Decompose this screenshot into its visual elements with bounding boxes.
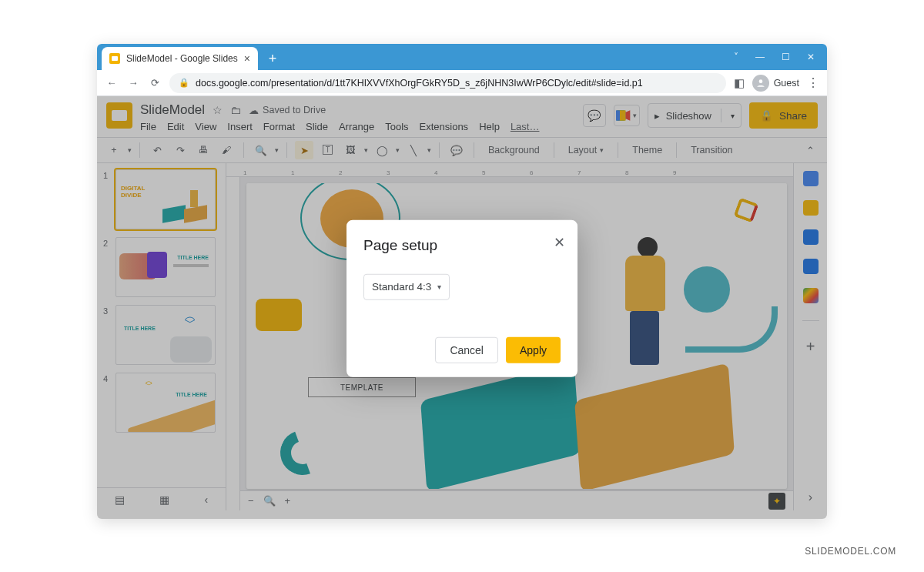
meet-button[interactable]: ▾ bbox=[614, 105, 640, 126]
thumbnail-1[interactable]: DIGITALDIVIDE bbox=[116, 169, 216, 229]
zoom-in-icon[interactable]: + bbox=[285, 495, 291, 507]
window-line-icon[interactable]: — bbox=[755, 52, 765, 62]
menu-file[interactable]: File bbox=[140, 121, 156, 132]
url-field[interactable]: 🔒 docs.google.com/presentation/d/1tt7KHl… bbox=[169, 73, 726, 93]
redo-button[interactable]: ↷ bbox=[171, 141, 189, 159]
apply-button[interactable]: Apply bbox=[506, 336, 561, 363]
paint-format-button[interactable]: 🖌 bbox=[217, 141, 236, 159]
background-button[interactable]: Background bbox=[482, 141, 546, 159]
install-app-icon[interactable]: ◧ bbox=[734, 76, 745, 90]
aspect-ratio-dropdown[interactable]: Standard 4:3 ▾ bbox=[363, 273, 450, 299]
thumbnail-3[interactable]: ⌔TITLE HERE bbox=[116, 305, 216, 365]
window-minimize-icon[interactable]: ˅ bbox=[734, 52, 738, 62]
nav-forward-icon[interactable]: → bbox=[126, 77, 140, 89]
menu-extensions[interactable]: Extensions bbox=[420, 121, 469, 132]
collapse-panel-icon[interactable]: ‹ bbox=[205, 493, 209, 506]
template-label: TEMPLATE bbox=[308, 377, 416, 397]
person-illustration bbox=[602, 237, 687, 383]
window-controls: ˅ — ☐ ✕ bbox=[721, 52, 827, 62]
window-close-icon[interactable]: ✕ bbox=[807, 52, 815, 62]
zoom-button[interactable]: 🔍 bbox=[252, 141, 270, 159]
filmstrip-view-icon[interactable]: ▤ bbox=[115, 493, 125, 506]
dropdown-value: Standard 4:3 bbox=[372, 281, 431, 293]
cancel-button[interactable]: Cancel bbox=[435, 336, 498, 363]
tab-title: SlideModel - Google Slides bbox=[126, 53, 238, 64]
menu-arrange[interactable]: Arrange bbox=[339, 121, 374, 132]
line-tool[interactable]: ╲ bbox=[404, 141, 423, 159]
menu-bar: File Edit View Insert Format Slide Arran… bbox=[140, 119, 539, 132]
menu-view[interactable]: View bbox=[195, 121, 216, 132]
side-panel: + › bbox=[793, 163, 827, 510]
thumbnail-view-switch: ▤ ▦ ‹ bbox=[97, 487, 226, 510]
svg-point-0 bbox=[758, 79, 762, 83]
slides-logo-icon[interactable] bbox=[106, 102, 132, 129]
move-icon[interactable]: 🗀 bbox=[230, 104, 241, 116]
maps-icon[interactable] bbox=[803, 288, 819, 303]
explore-button[interactable]: ✦ bbox=[768, 493, 785, 510]
browser-window: SlideModel - Google Slides × + ˅ — ☐ ✕ ←… bbox=[97, 44, 827, 519]
tab-close-icon[interactable]: × bbox=[244, 52, 250, 65]
textbox-tool[interactable]: 🅃 bbox=[318, 141, 336, 159]
decorative-shape bbox=[733, 197, 758, 222]
comment-tool[interactable]: 💬 bbox=[447, 141, 466, 159]
vertical-ruler bbox=[226, 177, 240, 510]
menu-edit[interactable]: Edit bbox=[167, 121, 184, 132]
saved-status[interactable]: ☁ Saved to Drive bbox=[249, 105, 326, 116]
horizontal-ruler: 1123456789 bbox=[226, 163, 793, 177]
new-slide-button[interactable]: + bbox=[105, 141, 123, 159]
dialog-close-icon[interactable]: ✕ bbox=[554, 233, 565, 250]
hide-sidepanel-icon[interactable]: › bbox=[808, 490, 812, 504]
undo-button[interactable]: ↶ bbox=[148, 141, 166, 159]
guest-label: Guest bbox=[774, 78, 799, 89]
star-icon[interactable]: ☆ bbox=[213, 104, 223, 116]
browser-address-bar: ← → ⟳ 🔒 docs.google.com/presentation/d/1… bbox=[97, 70, 827, 96]
select-tool[interactable]: ➤ bbox=[295, 141, 313, 159]
zoom-out-icon[interactable]: − bbox=[248, 495, 254, 507]
thumbnail-2[interactable]: TITLE HERE bbox=[116, 237, 216, 297]
comments-button[interactable]: 💬 bbox=[583, 104, 606, 127]
menu-tools[interactable]: Tools bbox=[385, 121, 408, 132]
watermark: SLIDEMODEL.COM bbox=[805, 546, 896, 557]
menu-format[interactable]: Format bbox=[263, 121, 295, 132]
profile-chip[interactable]: Guest bbox=[752, 75, 799, 92]
new-tab-button[interactable]: + bbox=[263, 49, 283, 69]
doc-title[interactable]: SlideModel bbox=[140, 102, 205, 118]
wifi-icon: ⌔ bbox=[185, 312, 195, 332]
share-label: Share bbox=[779, 110, 807, 122]
grid-view-icon[interactable]: ▦ bbox=[159, 493, 169, 506]
contacts-icon[interactable] bbox=[803, 259, 819, 274]
thumbnail-4[interactable]: ⌔TITLE HERE bbox=[116, 373, 216, 433]
play-icon: ▸ bbox=[654, 110, 660, 122]
menu-slide[interactable]: Slide bbox=[306, 121, 328, 132]
browser-tab[interactable]: SlideModel - Google Slides × bbox=[102, 47, 258, 70]
transition-button[interactable]: Transition bbox=[685, 141, 738, 159]
thumbnail-panel: 1 DIGITALDIVIDE 2 TITLE HERE 3 bbox=[97, 163, 226, 510]
share-button[interactable]: 🔒 Share bbox=[749, 102, 818, 129]
print-button[interactable]: 🖶 bbox=[194, 141, 213, 159]
tasks-icon[interactable] bbox=[803, 229, 819, 245]
keep-icon[interactable] bbox=[803, 200, 819, 216]
calendar-icon[interactable] bbox=[803, 171, 819, 186]
avatar-icon bbox=[752, 75, 769, 92]
url-text: docs.google.com/presentation/d/1tt7KHlXV… bbox=[196, 78, 643, 89]
thumb-number: 4 bbox=[103, 373, 111, 433]
window-maximize-icon[interactable]: ☐ bbox=[782, 52, 790, 62]
menu-last-edit[interactable]: Last… bbox=[511, 121, 540, 132]
slideshow-button[interactable]: ▸ Slideshow ▾ bbox=[648, 103, 742, 128]
image-tool[interactable]: 🖼 bbox=[341, 141, 360, 159]
browser-menu-icon[interactable]: ⋮ bbox=[807, 75, 819, 90]
nav-back-icon[interactable]: ← bbox=[105, 77, 119, 89]
canvas-footer: − 🔍 + ✦ bbox=[240, 490, 793, 510]
side-panel-divider bbox=[802, 320, 819, 321]
get-addons-icon[interactable]: + bbox=[806, 338, 815, 356]
collapse-toolbar-icon[interactable]: ⌃ bbox=[801, 141, 819, 159]
menu-insert[interactable]: Insert bbox=[227, 121, 253, 132]
theme-button[interactable]: Theme bbox=[626, 141, 668, 159]
platform-teal bbox=[420, 363, 581, 489]
menu-help[interactable]: Help bbox=[479, 121, 500, 132]
layout-button[interactable]: Layout▾ bbox=[562, 141, 611, 159]
slideshow-label: Slideshow bbox=[666, 110, 711, 122]
shape-tool[interactable]: ◯ bbox=[373, 141, 391, 159]
nav-reload-icon[interactable]: ⟳ bbox=[148, 77, 162, 89]
zoom-fit-icon[interactable]: 🔍 bbox=[263, 495, 276, 507]
